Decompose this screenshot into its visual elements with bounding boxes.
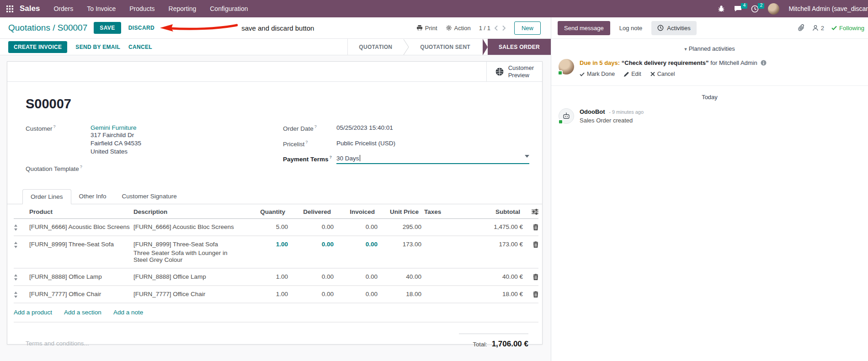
optional-columns-icon[interactable] — [523, 208, 538, 215]
order-date-field[interactable]: Order Date? 05/25/2023 15:40:01 — [283, 124, 529, 132]
drag-handle-icon[interactable] — [14, 273, 29, 281]
delete-line-icon[interactable] — [523, 223, 538, 230]
tab-customer-signature[interactable]: Customer Signature — [114, 189, 185, 204]
print-button[interactable]: Print — [416, 25, 437, 32]
menu-configuration[interactable]: Configuration — [210, 5, 248, 12]
cell-delivered[interactable]: 0.00 — [288, 241, 334, 248]
cell-product[interactable]: [FURN_7777] Office Chair — [29, 291, 133, 297]
header-description[interactable]: Description — [133, 208, 243, 215]
debug-bug-icon[interactable] — [718, 5, 725, 12]
odoobot-avatar[interactable] — [559, 108, 574, 124]
order-reference[interactable]: S00007 — [26, 96, 529, 111]
apps-grid-icon[interactable] — [6, 5, 13, 12]
cell-quantity[interactable]: 5.00 — [246, 223, 288, 230]
tab-order-lines[interactable]: Order Lines — [22, 189, 71, 204]
stage-quotation[interactable]: QUOTATION — [348, 39, 403, 55]
delete-line-icon[interactable] — [523, 273, 538, 280]
header-subtotal[interactable]: Subtotal — [458, 208, 520, 215]
menu-orders[interactable]: Orders — [53, 5, 73, 12]
cell-description[interactable]: [FURN_8999] Three-Seat SofaThree Seater … — [133, 241, 246, 263]
send-by-email-button[interactable]: SEND BY EMAIL — [75, 44, 120, 50]
order-line-row[interactable]: [FURN_6666] Acoustic Bloc Screens [FURN_… — [14, 219, 538, 236]
send-message-button[interactable]: Send message — [558, 21, 610, 35]
message-author[interactable]: OdooBot — [580, 108, 605, 115]
user-avatar[interactable] — [768, 3, 779, 15]
cell-quantity[interactable]: 1.00 — [246, 273, 288, 280]
new-button[interactable]: New — [514, 21, 541, 35]
breadcrumb-quotations[interactable]: Quotations — [8, 23, 50, 32]
menu-to-invoice[interactable]: To Invoice — [87, 5, 116, 12]
add-product-link[interactable]: Add a product — [14, 309, 52, 316]
menu-products[interactable]: Products — [129, 5, 154, 12]
cell-description[interactable]: [FURN_7777] Office Chair — [133, 291, 246, 297]
cell-invoiced[interactable]: 0.00 — [334, 291, 378, 297]
tab-other-info[interactable]: Other Info — [71, 189, 114, 204]
order-line-row[interactable]: [FURN_8999] Three-Seat Sofa [FURN_8999] … — [14, 236, 538, 269]
cell-unit-price[interactable]: 173.00 — [378, 241, 421, 248]
pager-next-icon[interactable] — [502, 25, 506, 31]
info-icon[interactable] — [761, 60, 767, 66]
pager-previous-icon[interactable] — [494, 25, 498, 31]
attachments-paperclip-icon[interactable] — [798, 24, 805, 32]
customer-link[interactable]: Gemini Furniture — [91, 124, 137, 131]
cell-description[interactable]: [FURN_8888] Office Lamp — [133, 273, 246, 280]
order-line-row[interactable]: [FURN_7777] Office Chair [FURN_7777] Off… — [14, 286, 538, 303]
pricelist-field[interactable]: Pricelist? Public Pricelist (USD) — [283, 140, 529, 148]
cell-quantity[interactable]: 1.00 — [246, 291, 288, 297]
dropdown-caret-icon[interactable] — [525, 155, 529, 158]
customer-preview-button[interactable]: CustomerPreview — [486, 62, 542, 81]
followers-button[interactable]: 2 — [812, 25, 824, 32]
menu-reporting[interactable]: Reporting — [169, 5, 197, 12]
cell-product[interactable]: [FURN_8999] Three-Seat Sofa — [29, 241, 133, 248]
edit-activity-button[interactable]: Edit — [624, 70, 641, 78]
terms-placeholder[interactable]: Terms and conditions... — [26, 334, 89, 349]
stage-quotation-sent[interactable]: QUOTATION SENT — [409, 39, 481, 55]
cell-delivered[interactable]: 0.00 — [288, 223, 334, 230]
header-taxes[interactable]: Taxes — [419, 208, 458, 215]
planned-activities-header[interactable]: ▾Planned activities — [551, 39, 868, 55]
add-section-link[interactable]: Add a section — [64, 309, 101, 316]
delete-line-icon[interactable] — [523, 241, 538, 248]
order-line-row[interactable]: [FURN_8888] Office Lamp [FURN_8888] Offi… — [14, 269, 538, 286]
delete-line-icon[interactable] — [523, 291, 538, 297]
activities-button[interactable]: Activities — [651, 21, 696, 35]
cell-invoiced[interactable]: 0.00 — [334, 241, 378, 248]
header-product[interactable]: Product — [29, 208, 133, 215]
cell-product[interactable]: [FURN_6666] Acoustic Bloc Screens — [29, 223, 133, 230]
action-button[interactable]: Action — [446, 25, 471, 32]
create-invoice-button[interactable]: CREATE INVOICE — [8, 41, 67, 53]
cell-product[interactable]: [FURN_8888] Office Lamp — [29, 273, 133, 280]
drag-handle-icon[interactable] — [14, 241, 29, 248]
drag-handle-icon[interactable] — [14, 291, 29, 298]
discard-button[interactable]: DISCARD — [128, 25, 154, 31]
header-delivered[interactable]: Delivered — [285, 208, 331, 215]
header-quantity[interactable]: Quantity — [243, 208, 285, 215]
payment-terms-input[interactable]: 30 Days — [336, 155, 529, 164]
cell-invoiced[interactable]: 0.00 — [334, 273, 378, 280]
mark-done-button[interactable]: Mark Done — [580, 70, 615, 78]
user-menu[interactable]: Mitchell Admin (save_discar — [788, 5, 868, 12]
cell-unit-price[interactable]: 40.00 — [378, 273, 421, 280]
save-button[interactable]: SAVE — [94, 22, 121, 34]
cancel-activity-button[interactable]: Cancel — [650, 70, 675, 78]
app-name[interactable]: Sales — [20, 4, 40, 13]
following-button[interactable]: Following — [831, 25, 864, 32]
activity-avatar[interactable] — [559, 59, 574, 74]
log-note-button[interactable]: Log note — [615, 21, 647, 35]
cell-quantity[interactable]: 1.00 — [246, 241, 288, 248]
cell-invoiced[interactable]: 0.00 — [334, 223, 378, 230]
add-note-link[interactable]: Add a note — [113, 309, 143, 316]
pricelist-value[interactable]: Public Pricelist (USD) — [336, 140, 395, 148]
cell-unit-price[interactable]: 18.00 — [378, 291, 421, 297]
cancel-order-button[interactable]: CANCEL — [128, 44, 152, 50]
drag-handle-icon[interactable] — [14, 223, 29, 231]
cell-delivered[interactable]: 0.00 — [288, 291, 334, 297]
header-unit-price[interactable]: Unit Price — [375, 208, 419, 215]
cell-description[interactable]: [FURN_6666] Acoustic Bloc Screens — [133, 223, 246, 230]
cell-unit-price[interactable]: 295.00 — [378, 223, 421, 230]
order-date-value[interactable]: 05/25/2023 15:40:01 — [336, 124, 393, 132]
cell-delivered[interactable]: 0.00 — [288, 273, 334, 280]
quotation-template-field[interactable]: Quotation Template? — [26, 165, 283, 172]
header-invoiced[interactable]: Invoiced — [331, 208, 375, 215]
stage-sales-order[interactable]: SALES ORDER — [488, 39, 551, 55]
